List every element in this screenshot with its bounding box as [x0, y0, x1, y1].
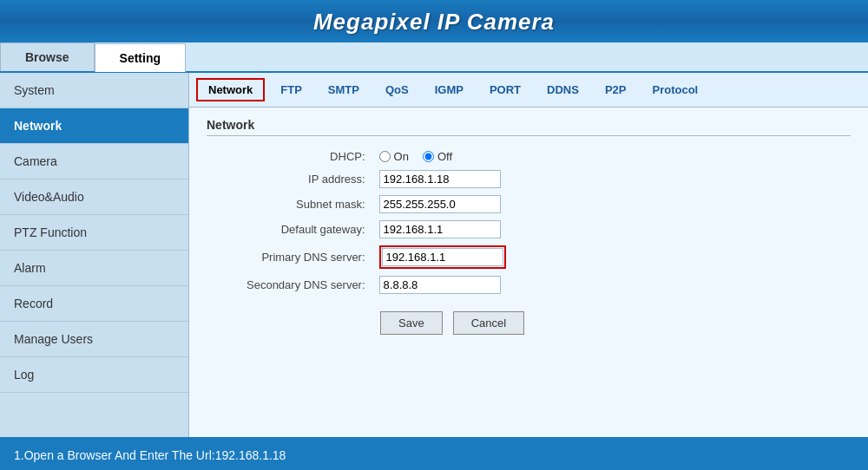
subnav-tab-qos[interactable]: QoS [375, 80, 419, 100]
dhcp-off-label: Off [437, 150, 452, 163]
save-button[interactable]: Save [380, 311, 443, 335]
subnav-tab-igmp[interactable]: IGMP [424, 80, 474, 100]
secondary-dns-row: Secondary DNS server: [241, 272, 511, 297]
app-title: Megapixel IP Camera [0, 9, 868, 36]
dhcp-on-label: On [394, 150, 409, 163]
primary-dns-row: Primary DNS server: [241, 242, 511, 272]
sidebar-item-network[interactable]: Network [0, 108, 188, 144]
sidebar: System Network Camera Video&Audio PTZ Fu… [0, 73, 189, 437]
primary-dns-cell [374, 242, 511, 272]
primary-dns-label: Primary DNS server: [241, 242, 374, 272]
sidebar-item-alarm[interactable]: Alarm [0, 251, 188, 286]
content-panel: Network FTP SMTP QoS IGMP PORT DDNS P2P … [189, 73, 868, 437]
top-tab-bar: Browse Setting [0, 42, 868, 73]
subnav-bar: Network FTP SMTP QoS IGMP PORT DDNS P2P … [189, 73, 868, 108]
footer: 1.Open a Browser And Enter The Url:192.1… [0, 437, 868, 470]
sidebar-item-system[interactable]: System [0, 73, 188, 108]
app-header: Megapixel IP Camera [0, 0, 868, 42]
subnet-row: Subnet mask: [241, 192, 511, 217]
dhcp-options: On Off [374, 147, 511, 166]
sidebar-item-record[interactable]: Record [0, 286, 188, 322]
subnav-tab-network[interactable]: Network [196, 78, 265, 101]
dhcp-on-radio[interactable] [379, 151, 391, 162]
subnav-tab-ddns[interactable]: DDNS [536, 80, 589, 100]
sidebar-item-video-audio[interactable]: Video&Audio [0, 180, 188, 215]
ip-label: IP address: [241, 166, 374, 192]
secondary-dns-label: Secondary DNS server: [241, 272, 374, 297]
subnav-tab-protocol[interactable]: Protocol [642, 80, 709, 100]
gateway-row: Default gateway: [241, 217, 511, 242]
network-form: DHCP: On Off [241, 147, 511, 297]
dhcp-off-radio[interactable] [423, 151, 434, 162]
cancel-button[interactable]: Cancel [453, 311, 524, 335]
main-area: System Network Camera Video&Audio PTZ Fu… [0, 73, 868, 437]
sidebar-item-manage-users[interactable]: Manage Users [0, 322, 188, 357]
dhcp-on-option[interactable]: On [379, 150, 409, 163]
network-settings-body: Network DHCP: On Off [189, 108, 868, 345]
section-title: Network [207, 118, 851, 136]
tab-setting[interactable]: Setting [95, 43, 186, 72]
secondary-dns-input[interactable] [379, 276, 501, 294]
sidebar-item-log[interactable]: Log [0, 357, 188, 393]
sidebar-item-ptz-function[interactable]: PTZ Function [0, 215, 188, 251]
dhcp-off-option[interactable]: Off [423, 150, 452, 163]
ip-row: IP address: [241, 166, 511, 192]
subnav-tab-ftp[interactable]: FTP [270, 80, 312, 100]
footer-line2: 2. Click The NETWORK,And Then Modify Pri… [14, 467, 854, 470]
subnet-label: Subnet mask: [241, 192, 374, 217]
tab-browse[interactable]: Browse [0, 42, 95, 71]
dhcp-label: DHCP: [241, 147, 374, 166]
form-actions: Save Cancel [380, 311, 851, 335]
dhcp-row: DHCP: On Off [241, 147, 511, 166]
primary-dns-input[interactable] [382, 248, 503, 266]
subnav-tab-smtp[interactable]: SMTP [318, 80, 370, 100]
subnav-tab-port[interactable]: PORT [479, 80, 531, 100]
gateway-input[interactable] [379, 220, 501, 238]
ip-input[interactable] [379, 170, 501, 188]
subnav-tab-p2p[interactable]: P2P [595, 80, 637, 100]
gateway-label: Default gateway: [241, 217, 374, 242]
subnet-input[interactable] [379, 195, 501, 213]
footer-line1: 1.Open a Browser And Enter The Url:192.1… [14, 446, 854, 467]
sidebar-item-camera[interactable]: Camera [0, 144, 188, 180]
